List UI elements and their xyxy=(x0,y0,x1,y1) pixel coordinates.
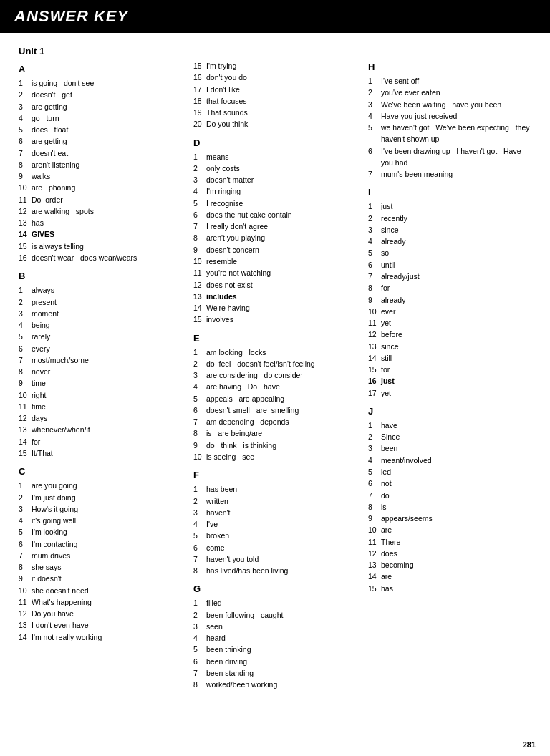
section-B-list: 1always 2present 3moment 4being 5rarely … xyxy=(19,284,182,459)
list-item: 12are walking spots xyxy=(19,205,182,217)
list-item: 6doesn't smell are smelling xyxy=(193,404,357,416)
list-item: 13includes xyxy=(193,291,357,302)
list-item: 10she doesn't need xyxy=(19,585,182,596)
list-item: 7mum's been meaning xyxy=(368,168,531,180)
list-item: 10resemble xyxy=(193,256,357,267)
list-item: 1has been xyxy=(193,483,357,495)
list-item: 1filled xyxy=(193,597,357,609)
list-item: 10are phoning xyxy=(19,182,182,193)
content-area: Unit 1 A 1is going don't see 2doesn't ge… xyxy=(0,46,550,693)
list-item: 3doesn't matter xyxy=(193,174,357,185)
list-item: 16just xyxy=(368,375,531,387)
list-item: 7doesn't eat xyxy=(19,147,182,159)
list-item: 15involves xyxy=(193,314,357,325)
list-item: 5led xyxy=(368,466,531,478)
list-item: 19That sounds xyxy=(193,107,357,118)
list-item: 2been following caught xyxy=(193,609,357,621)
list-item: 2only costs xyxy=(193,163,357,174)
section-F-title: F xyxy=(193,470,357,480)
list-item: 5we haven't got We've been expecting the… xyxy=(368,122,531,145)
list-item: 12does xyxy=(368,548,531,559)
column-3: H 1I've sent off 2you've ever eaten 3We'… xyxy=(362,46,537,693)
list-item: 2do feel doesn't feel/isn't feeling xyxy=(193,358,357,369)
list-item: 9already xyxy=(368,294,531,306)
section-J-title: J xyxy=(368,406,531,417)
page: ANSWER KEY Unit 1 A 1is going don't see … xyxy=(0,0,550,756)
list-item: 10ever xyxy=(368,306,531,317)
list-item: 13I don't even have xyxy=(19,619,182,631)
list-item: 7haven't you told xyxy=(193,553,357,565)
list-item: 11There xyxy=(368,536,531,548)
section-J-list: 1have 2Since 3been 4meant/involved 5led … xyxy=(368,420,531,594)
list-item: 2present xyxy=(19,296,182,308)
list-item: 5appeals are appealing xyxy=(193,393,357,404)
section-I-list: 1just 2recently 3since 4already 5so 6unt… xyxy=(368,200,531,399)
list-item: 5I'm looking xyxy=(19,526,182,538)
list-item: 7do xyxy=(368,490,531,501)
list-item: 9doesn't concern xyxy=(193,244,357,256)
list-item: 3are considering do consider xyxy=(193,369,357,381)
list-item: 7mum drives xyxy=(19,550,182,561)
list-item: 4being xyxy=(19,319,182,331)
section-B-title: B xyxy=(19,271,182,281)
list-item: 1is going don't see xyxy=(19,77,182,89)
list-item: 1am looking locks xyxy=(193,346,357,358)
list-item: 1I've sent off xyxy=(368,75,531,87)
list-item: 8aren't listening xyxy=(19,159,182,170)
list-item: 14I'm not really working xyxy=(19,631,182,643)
section-D-list: 1means 2only costs 3doesn't matter 4I'm … xyxy=(193,151,357,326)
list-item: 11What's happening xyxy=(19,596,182,608)
section-A-list: 1is going don't see 2doesn't get 3are ge… xyxy=(19,77,182,263)
section-E-title: E xyxy=(193,333,357,344)
list-item: 12does not exist xyxy=(193,279,357,291)
list-item: 6I've been drawing up I haven't got Have… xyxy=(368,145,531,169)
list-item: 3We've been waiting have you been xyxy=(368,99,531,110)
list-item: 4Have you just received xyxy=(368,110,531,122)
list-item: 4heard xyxy=(193,632,357,644)
list-item: 10is seeing see xyxy=(193,451,357,462)
section-E-list: 1am looking locks 2do feel doesn't feel/… xyxy=(193,346,357,463)
list-item: 7I really don't agree xyxy=(193,220,357,232)
section-D-title: D xyxy=(193,137,357,148)
list-item: 4go turn xyxy=(19,112,182,124)
column-1: Unit 1 A 1is going don't see 2doesn't ge… xyxy=(13,46,188,693)
list-item: 2I'm just doing xyxy=(19,492,182,503)
list-item: 11you're not watching xyxy=(193,267,357,278)
list-item: 8is are being/are xyxy=(193,427,357,439)
list-item: 13whenever/when/if xyxy=(19,424,182,435)
list-item: 7most/much/some xyxy=(19,354,182,366)
list-item: 14GIVES xyxy=(19,228,182,240)
list-item: 17I don't like xyxy=(193,84,357,95)
list-item: 5been thinking xyxy=(193,644,357,655)
list-item: 14We're having xyxy=(193,302,357,314)
list-item: 7am depending depends xyxy=(193,416,357,427)
list-item: 8she says xyxy=(19,561,182,573)
list-item: 12Do you have xyxy=(19,608,182,619)
section-I-title: I xyxy=(368,187,531,198)
unit-title: Unit 1 xyxy=(19,46,182,57)
list-item: 2you've ever eaten xyxy=(368,87,531,98)
list-item: 9appears/seems xyxy=(368,513,531,524)
list-item: 6does the nut cake contain xyxy=(193,209,357,220)
list-item: 3are getting xyxy=(19,101,182,112)
section-A2-list: 15I'm trying 16don't you do 17I don't li… xyxy=(193,60,357,130)
list-item: 8worked/been working xyxy=(193,679,357,690)
list-item: 1just xyxy=(368,200,531,212)
page-header: ANSWER KEY xyxy=(0,0,550,33)
list-item: 6I'm contacting xyxy=(19,538,182,550)
list-item: 5so xyxy=(368,247,531,258)
list-item: 9do think is thinking xyxy=(193,440,357,451)
list-item: 4I'm ringing xyxy=(193,185,357,197)
list-item: 2doesn't get xyxy=(19,89,182,100)
list-item: 8is xyxy=(368,501,531,513)
list-item: 15for xyxy=(368,364,531,375)
list-item: 7already/just xyxy=(368,271,531,282)
list-item: 11Do order xyxy=(19,194,182,205)
list-item: 5broken xyxy=(193,530,357,541)
list-item: 5I recognise xyxy=(193,198,357,209)
section-G-title: G xyxy=(193,583,357,594)
list-item: 1have xyxy=(368,420,531,431)
list-item: 13has xyxy=(19,217,182,228)
list-item: 3How's it going xyxy=(19,503,182,515)
list-item: 12before xyxy=(368,329,531,340)
